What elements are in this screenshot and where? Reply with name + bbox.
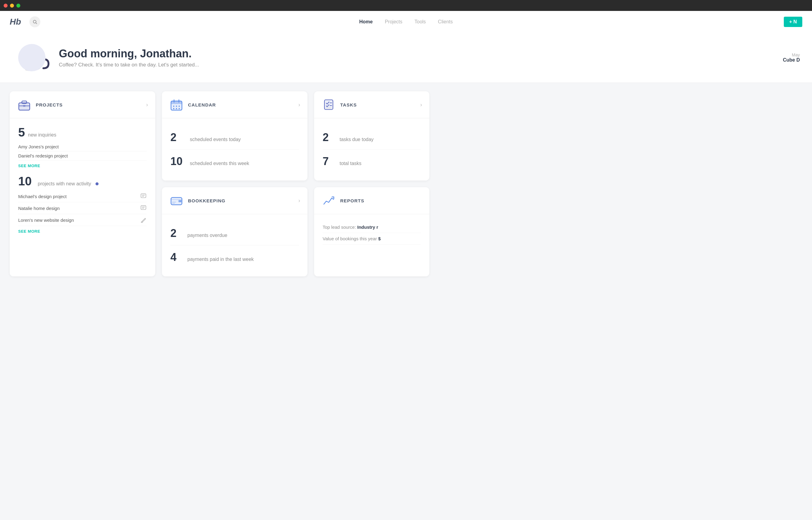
svg-rect-12 xyxy=(22,101,27,103)
cal-num-2: 10 xyxy=(170,155,185,168)
svg-point-32 xyxy=(179,108,180,109)
activity-count: 10 xyxy=(18,175,32,188)
calendar-chevron[interactable]: › xyxy=(298,102,300,108)
logo: Hb xyxy=(10,17,21,27)
report-value-1: Industry r xyxy=(357,225,378,230)
calendar-title: CALENDAR xyxy=(188,102,294,107)
activity-name: Michael's design project xyxy=(18,194,67,199)
see-more-activity[interactable]: SEE MORE xyxy=(18,229,40,234)
reports-card-header[interactable]: REPORTS xyxy=(314,187,429,214)
svg-point-30 xyxy=(173,108,174,109)
report-label-1: Top lead source: xyxy=(323,225,356,230)
bookkeeping-chevron[interactable]: › xyxy=(298,198,300,204)
hero-project-label: Cube D xyxy=(783,57,800,63)
book-stat-2: 4 payments paid in the last week xyxy=(170,245,299,269)
main-grid: PROJECTS › 5 new inquiries Amy Jones's p… xyxy=(0,83,812,285)
search-button[interactable] xyxy=(29,17,40,27)
task-desc-1: tasks due today xyxy=(340,137,374,142)
cal-desc-1: scheduled events today xyxy=(190,137,241,142)
tasks-icon xyxy=(321,97,336,112)
calendar-body: 2 scheduled events today 10 scheduled ev… xyxy=(162,118,307,181)
task-desc-2: total tasks xyxy=(340,161,361,166)
activity-chat-icon xyxy=(140,193,147,200)
titlebar xyxy=(0,0,812,11)
activity-name: Loren's new website design xyxy=(18,217,74,223)
minimize-dot[interactable] xyxy=(10,4,14,7)
activity-name: Natalie home design xyxy=(18,206,60,211)
hero-illustration xyxy=(12,43,52,73)
tasks-chevron[interactable]: › xyxy=(420,102,422,108)
svg-point-0 xyxy=(33,20,36,23)
activity-chat-icon xyxy=(140,205,147,211)
tasks-card-header[interactable]: TASKS › xyxy=(314,91,429,118)
report-row-1: Top lead source: Industry r xyxy=(323,222,421,233)
inquiry-item: Amy Jones's project xyxy=(18,142,147,151)
task-num-2: 7 xyxy=(323,155,335,168)
reports-card: REPORTS Top lead source: Industry r Valu… xyxy=(314,187,429,277)
bookkeeping-icon xyxy=(169,193,184,208)
calendar-stat-1: 2 scheduled events today xyxy=(170,126,299,150)
bookkeeping-title: BOOKKEEPING xyxy=(188,198,294,203)
bookkeeping-card: BOOKKEEPING › 2 payments overdue 4 payme… xyxy=(162,187,307,277)
book-num-1: 2 xyxy=(170,227,183,240)
hero-section: Good morning, Jonathan. Coffee? Check. I… xyxy=(0,33,812,83)
svg-rect-14 xyxy=(23,105,25,107)
book-stat-1: 2 payments overdue xyxy=(170,222,299,245)
book-desc-1: payments overdue xyxy=(187,233,227,238)
hero-right: May Cube D xyxy=(783,52,800,63)
new-inquiries-label: new inquiries xyxy=(28,132,56,138)
new-button[interactable]: + N xyxy=(784,17,802,27)
svg-rect-18 xyxy=(141,206,146,210)
cal-desc-2: scheduled events this week xyxy=(190,161,249,166)
calendar-stat-2: 10 scheduled events this week xyxy=(170,150,299,173)
calendar-card-header[interactable]: CALENDAR › xyxy=(162,91,307,118)
projects-title: PROJECTS xyxy=(36,102,142,107)
reports-icon xyxy=(321,193,336,208)
book-num-2: 4 xyxy=(170,251,183,264)
tasks-card: TASKS › 2 tasks due today 7 total tasks xyxy=(314,91,429,181)
close-dot[interactable] xyxy=(4,4,7,7)
svg-point-29 xyxy=(179,106,180,107)
svg-rect-24 xyxy=(171,101,182,104)
svg-point-41 xyxy=(180,201,181,202)
report-label-2: Value of bookings this year xyxy=(323,236,377,241)
inquiry-list: Amy Jones's project Daniel's redesign pr… xyxy=(18,142,147,160)
svg-point-27 xyxy=(173,106,174,107)
task-stat-1: 2 tasks due today xyxy=(323,126,421,150)
activity-header: 10 projects with new activity xyxy=(18,175,147,188)
svg-point-31 xyxy=(176,108,177,109)
activity-item: Natalie home design xyxy=(18,202,147,214)
see-more-inquiries[interactable]: SEE MORE xyxy=(18,163,40,168)
nav-tools[interactable]: Tools xyxy=(414,19,426,25)
activity-label: projects with new activity xyxy=(38,181,91,187)
hero-date-label: May xyxy=(783,52,800,57)
projects-card: PROJECTS › 5 new inquiries Amy Jones's p… xyxy=(10,91,155,277)
svg-rect-15 xyxy=(141,194,146,198)
maximize-dot[interactable] xyxy=(17,4,20,7)
navbar: Hb Home Projects Tools Clients + N xyxy=(0,11,812,33)
projects-chevron[interactable]: › xyxy=(146,102,148,108)
projects-body: 5 new inquiries Amy Jones's project Dani… xyxy=(10,118,155,241)
activity-sign-icon xyxy=(140,217,147,223)
nav-home[interactable]: Home xyxy=(359,19,373,25)
calendar-icon xyxy=(169,97,184,112)
bookkeeping-card-header[interactable]: BOOKKEEPING › xyxy=(162,187,307,214)
activity-item: Loren's new website design xyxy=(18,214,147,226)
book-desc-2: payments paid in the last week xyxy=(187,257,254,262)
report-row-2: Value of bookings this year $ xyxy=(323,233,421,244)
hero-subtitle: Coffee? Check. It's time to take on the … xyxy=(59,62,199,68)
bookkeeping-body: 2 payments overdue 4 payments paid in th… xyxy=(162,214,307,277)
nav-projects[interactable]: Projects xyxy=(385,19,402,25)
nav-clients[interactable]: Clients xyxy=(438,19,453,25)
hero-text: Good morning, Jonathan. Coffee? Check. I… xyxy=(59,47,199,68)
task-num-1: 2 xyxy=(323,131,335,144)
hero-greeting: Good morning, Jonathan. xyxy=(59,47,199,60)
svg-point-28 xyxy=(176,106,177,107)
new-inquiries-count: 5 xyxy=(18,126,25,139)
task-stat-2: 7 total tasks xyxy=(323,150,421,173)
svg-line-1 xyxy=(36,23,37,24)
reports-title: REPORTS xyxy=(340,198,422,203)
tasks-title: TASKS xyxy=(340,102,416,107)
cal-num-1: 2 xyxy=(170,131,185,144)
projects-card-header[interactable]: PROJECTS › xyxy=(10,91,155,118)
